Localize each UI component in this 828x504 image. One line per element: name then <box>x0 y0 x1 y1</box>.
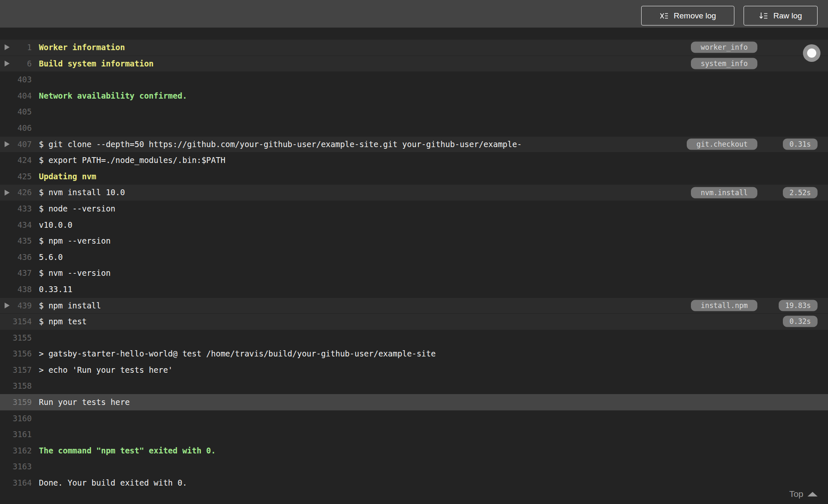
log-row: 3157 > echo 'Run your tests here' <box>0 362 828 378</box>
log-row: 3161 <box>0 426 828 443</box>
line-number[interactable]: 3154 <box>0 313 32 330</box>
log-text: $ nvm install 10.0 <box>39 184 125 201</box>
log-row: 3162 The command "npm test" exited with … <box>0 443 828 459</box>
line-number[interactable]: 1 <box>0 39 32 56</box>
log-row: 433 $ node --version <box>0 201 828 217</box>
line-number[interactable]: 438 <box>0 281 32 298</box>
line-number[interactable]: 3162 <box>0 443 32 459</box>
stage-tag: git.checkout <box>687 138 757 150</box>
stage-tag: worker_info <box>691 42 757 53</box>
remove-log-button[interactable]: Remove log <box>641 6 734 25</box>
log-row: 439 $ npm install install.npm 19.83s <box>0 298 828 314</box>
top-link[interactable]: Top <box>789 489 818 499</box>
log-row: 436 5.6.0 <box>0 249 828 265</box>
log-row: 3163 <box>0 458 828 475</box>
log-row: 3156 > gatsby-starter-hello-world@ test … <box>0 346 828 362</box>
raw-log-icon <box>759 11 768 20</box>
log-row: 407 $ git clone --depth=50 https://githu… <box>0 136 828 153</box>
log-text: 0.33.11 <box>39 281 72 298</box>
duration-badge: 19.83s <box>779 300 818 311</box>
log-text: Network availability confirmed. <box>39 88 187 104</box>
line-number[interactable]: 426 <box>0 184 32 201</box>
log-row: 437 $ nvm --version <box>0 265 828 281</box>
log-row: 3158 <box>0 378 828 394</box>
log-row: 3164 Done. Your build exited with 0. <box>0 475 828 491</box>
line-number[interactable]: 435 <box>0 233 32 249</box>
top-arrow-icon <box>808 492 818 496</box>
log-row: 424 $ export PATH=./node_modules/.bin:$P… <box>0 152 828 168</box>
toolbar: Remove log Raw log <box>0 0 828 28</box>
log-row: 425 Updating nvm <box>0 168 828 185</box>
log-row: 426 $ nvm install 10.0 nvm.install 2.52s <box>0 184 828 201</box>
line-number[interactable]: 405 <box>0 104 32 120</box>
log-row: 435 $ npm --version <box>0 233 828 249</box>
line-number[interactable]: 433 <box>0 201 32 217</box>
remove-log-label: Remove log <box>674 11 716 20</box>
line-number[interactable]: 439 <box>0 298 32 314</box>
log-text: Worker information <box>39 39 125 56</box>
log-row: 1 Worker information worker_info <box>0 39 828 56</box>
log-text: Build system information <box>39 56 154 72</box>
line-number[interactable]: 425 <box>0 168 32 185</box>
log-row: 6 Build system information system_info <box>0 56 828 72</box>
line-number[interactable]: 403 <box>0 71 32 88</box>
log-text: $ export PATH=./node_modules/.bin:$PATH <box>39 152 225 168</box>
scroll-indicator-dot <box>807 48 816 58</box>
log-text: > echo 'Run your tests here' <box>39 362 173 378</box>
stage-tag: nvm.install <box>691 187 757 198</box>
log-text: 5.6.0 <box>39 249 63 265</box>
log-row: 3154 $ npm test 0.32s <box>0 313 828 330</box>
line-number[interactable]: 3159 <box>0 394 32 410</box>
line-number[interactable]: 3156 <box>0 346 32 362</box>
stage-tag: install.npm <box>691 300 757 311</box>
log-text: $ npm --version <box>39 233 111 249</box>
log-row: 434 v10.0.0 <box>0 217 828 233</box>
log-text: v10.0.0 <box>39 217 72 233</box>
log-row: 3160 <box>0 410 828 427</box>
log-row: 404 Network availability confirmed. <box>0 88 828 104</box>
log-row: 406 <box>0 120 828 136</box>
line-number[interactable]: 6 <box>0 56 32 72</box>
line-number[interactable]: 407 <box>0 136 32 153</box>
log-text: $ node --version <box>39 201 115 217</box>
log-row: 3159 Run your tests here <box>0 394 828 410</box>
log-row: 3155 <box>0 330 828 346</box>
log-text: $ nvm --version <box>39 265 111 281</box>
duration-badge: 0.31s <box>783 138 818 150</box>
line-number[interactable]: 3163 <box>0 458 32 475</box>
log-row: 403 <box>0 71 828 88</box>
line-number[interactable]: 424 <box>0 152 32 168</box>
line-number[interactable]: 434 <box>0 217 32 233</box>
line-number[interactable]: 3157 <box>0 362 32 378</box>
log-text: Updating nvm <box>39 168 96 185</box>
remove-log-icon <box>660 11 669 20</box>
scroll-indicator[interactable] <box>803 44 820 62</box>
log-row: 438 0.33.11 <box>0 281 828 298</box>
log-text: $ npm install <box>39 298 101 314</box>
line-number[interactable]: 437 <box>0 265 32 281</box>
stage-tag: system_info <box>691 58 757 69</box>
line-number[interactable]: 3164 <box>0 475 32 491</box>
log-text: > gatsby-starter-hello-world@ test /home… <box>39 346 436 362</box>
log-text: The command "npm test" exited with 0. <box>39 443 216 459</box>
raw-log-button[interactable]: Raw log <box>744 6 818 25</box>
log-text: Run your tests here <box>39 394 130 410</box>
log-text: $ git clone --depth=50 https://github.co… <box>39 136 522 153</box>
line-number[interactable]: 3155 <box>0 330 32 346</box>
line-number[interactable]: 3160 <box>0 410 32 427</box>
log-row: 405 <box>0 104 828 120</box>
duration-badge: 0.32s <box>783 316 818 327</box>
log-container: 1 Worker information worker_info 6 Build… <box>0 28 828 491</box>
line-number[interactable]: 3161 <box>0 426 32 443</box>
line-number[interactable]: 404 <box>0 88 32 104</box>
line-number[interactable]: 406 <box>0 120 32 136</box>
log-text: $ npm test <box>39 313 87 330</box>
line-number[interactable]: 3158 <box>0 378 32 394</box>
log-text: Done. Your build exited with 0. <box>39 475 187 491</box>
duration-badge: 2.52s <box>783 187 818 198</box>
raw-log-label: Raw log <box>773 11 802 20</box>
top-link-label: Top <box>789 489 803 499</box>
line-number[interactable]: 436 <box>0 249 32 265</box>
